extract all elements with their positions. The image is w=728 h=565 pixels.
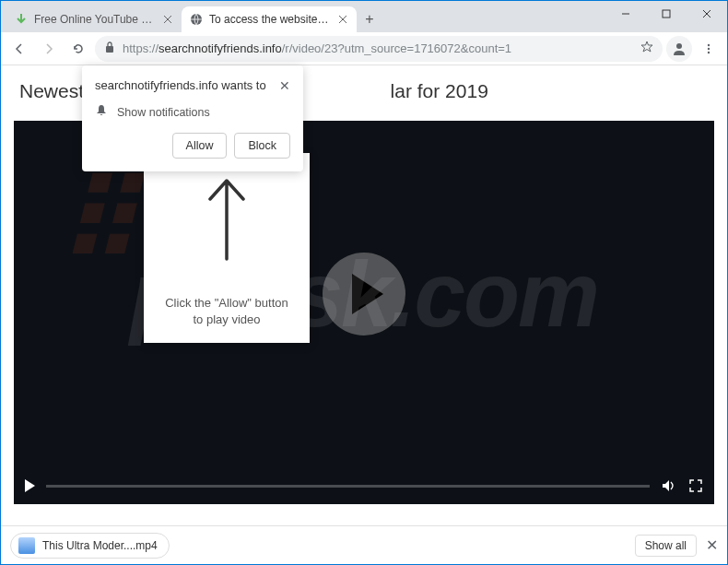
download-bar: This Ultra Moder....mp4 Show all ✕ — [1, 525, 727, 564]
url-domain: searchnotifyfriends.info — [159, 41, 282, 55]
tab-1-title: Free Online YouTube Downloade — [34, 13, 156, 26]
video-player: ⠿ pcrisk.com — [14, 121, 714, 504]
notification-permission-label: Show notifications — [117, 106, 210, 119]
tab-2[interactable]: To access the website click the "A — [182, 6, 357, 32]
svg-rect-1 — [663, 10, 670, 18]
allow-button[interactable]: Allow — [172, 133, 228, 159]
globe-icon — [189, 12, 204, 27]
download-filename: This Ultra Moder....mp4 — [42, 539, 158, 552]
allow-text-line2: to play video — [155, 312, 299, 328]
allow-text-line1: Click the "Allow" button — [155, 295, 299, 312]
maximize-button[interactable] — [646, 1, 687, 27]
lock-icon — [104, 41, 115, 56]
notification-title: searchnotifyfriends.info wants to — [95, 78, 266, 92]
allow-instruction-overlay: Click the "Allow" button to play video — [144, 153, 310, 343]
back-button[interactable] — [6, 36, 32, 62]
tab-2-close-icon[interactable] — [336, 13, 349, 26]
play-button[interactable] — [323, 253, 405, 335]
kebab-menu-icon[interactable] — [696, 36, 722, 62]
profile-button[interactable] — [666, 36, 692, 62]
download-bar-close-icon[interactable]: ✕ — [706, 536, 718, 554]
notification-permission-popup: searchnotifyfriends.info wants to ✕ Show… — [82, 65, 303, 171]
forward-button[interactable] — [36, 36, 62, 62]
close-window-button[interactable] — [687, 1, 727, 27]
svg-point-13 — [708, 51, 710, 53]
svg-rect-9 — [106, 46, 113, 53]
volume-icon[interactable] — [661, 477, 677, 494]
new-tab-button[interactable]: + — [357, 6, 382, 32]
video-play-icon[interactable] — [25, 479, 35, 492]
download-arrow-icon — [14, 12, 29, 27]
progress-bar[interactable] — [46, 485, 650, 488]
minimize-button[interactable] — [605, 1, 646, 27]
url-input[interactable]: https:// searchnotifyfriends.info /r/vid… — [95, 36, 663, 62]
fullscreen-icon[interactable] — [688, 478, 703, 493]
show-all-button[interactable]: Show all — [635, 535, 697, 557]
svg-point-10 — [676, 43, 682, 49]
tab-1[interactable]: Free Online YouTube Downloade — [6, 6, 182, 32]
url-protocol: https:// — [123, 41, 159, 55]
notification-close-icon[interactable]: ✕ — [279, 78, 290, 93]
svg-point-11 — [708, 43, 710, 45]
svg-point-12 — [708, 47, 710, 49]
play-icon — [352, 274, 383, 314]
up-arrow-icon — [155, 171, 299, 267]
reload-button[interactable] — [65, 36, 91, 62]
bell-icon — [95, 104, 108, 120]
block-button[interactable]: Block — [234, 133, 290, 159]
video-controls — [14, 467, 714, 504]
url-path: /r/video/23?utm_source=1716072&count=1 — [282, 41, 511, 55]
tab-1-close-icon[interactable] — [161, 13, 174, 26]
download-item[interactable]: This Ultra Moder....mp4 — [10, 533, 170, 559]
address-bar: https:// searchnotifyfriends.info /r/vid… — [1, 32, 727, 65]
tab-2-title: To access the website click the "A — [209, 13, 331, 26]
video-file-icon — [18, 537, 35, 554]
bookmark-star-icon[interactable] — [640, 41, 653, 56]
